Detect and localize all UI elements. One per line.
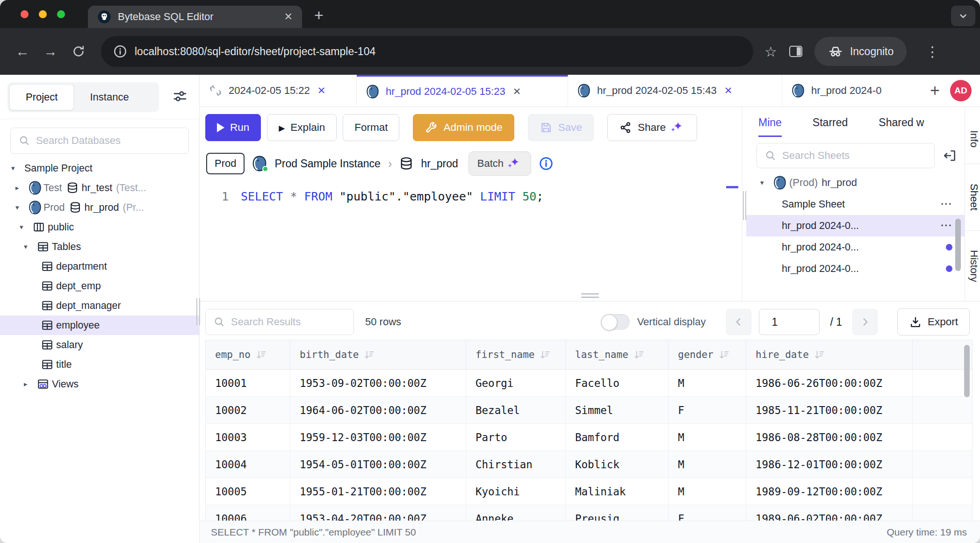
admin-mode-button[interactable]: Admin mode <box>413 114 514 141</box>
panel-resize-handle[interactable] <box>742 107 746 301</box>
zoom-window-button[interactable] <box>57 10 65 18</box>
tree-item[interactable]: Test hr_test (Test... <box>0 178 199 198</box>
cell-birth-date[interactable]: 1953-04-20T00:00:00Z <box>290 505 466 521</box>
tree-item[interactable]: employee <box>0 315 199 335</box>
cell-first-name[interactable]: Georgi <box>466 370 566 396</box>
editor-tab[interactable]: hr_prod 2024-02-05 15:23 ✕ <box>357 75 568 107</box>
cell-last-name[interactable]: Preusig <box>566 505 669 521</box>
side-panel-icon[interactable] <box>789 46 802 57</box>
cell-hire-date[interactable]: 1985-11-21T00:00:00Z <box>746 397 913 423</box>
address-bar[interactable]: localhost:8080/sql-editor/sheet/project-… <box>101 36 753 67</box>
table-row[interactable]: 10002 1964-06-02T00:00:00Z Bezalel Simme… <box>206 397 972 424</box>
table-row[interactable]: 10005 1955-01-21T00:00:00Z Kyoichi Malin… <box>206 478 972 505</box>
cell-last-name[interactable]: Maliniak <box>566 478 669 505</box>
column-header[interactable]: first_name <box>466 340 566 369</box>
close-icon[interactable]: ✕ <box>724 85 733 96</box>
chevron-icon[interactable] <box>15 203 29 212</box>
cell-hire-date[interactable]: 1986-06-26T00:00:00Z <box>746 370 913 396</box>
explain-button[interactable]: Explain <box>267 114 337 141</box>
search-sheets-input[interactable] <box>782 150 927 162</box>
minimize-window-button[interactable] <box>39 10 47 18</box>
reload-button[interactable] <box>66 39 91 64</box>
column-header[interactable]: emp_no <box>206 340 290 369</box>
cell-gender[interactable]: F <box>669 505 746 521</box>
cell-birth-date[interactable]: 1964-06-02T00:00:00Z <box>290 397 466 423</box>
new-sheet-button[interactable]: + <box>930 81 940 100</box>
table-row[interactable]: 10001 1953-09-02T00:00:00Z Georgi Facell… <box>206 370 972 397</box>
chevron-icon[interactable] <box>24 380 37 388</box>
tree-item[interactable]: Tables <box>0 237 199 257</box>
database-search-box[interactable] <box>10 128 189 154</box>
table-scrollbar[interactable] <box>964 345 970 397</box>
column-header[interactable]: birth_date <box>290 340 466 369</box>
share-button[interactable]: Share ✦✦ <box>607 114 697 141</box>
prev-page-button[interactable] <box>726 309 751 335</box>
cell-last-name[interactable]: Bamford <box>566 424 669 450</box>
close-icon[interactable]: ✕ <box>317 85 326 96</box>
cell-birth-date[interactable]: 1954-05-01T00:00:00Z <box>290 451 466 478</box>
avatar[interactable]: AD <box>950 80 972 101</box>
results-resize-handle[interactable] <box>581 293 599 298</box>
cell-gender[interactable]: M <box>669 451 746 478</box>
sheet-menu-icon[interactable] <box>941 198 952 210</box>
new-tab-button[interactable]: + <box>314 6 324 24</box>
cell-last-name[interactable]: Koblick <box>566 451 669 478</box>
tree-item[interactable]: salary <box>0 335 199 355</box>
vertical-display-toggle[interactable] <box>601 314 630 330</box>
cell-last-name[interactable]: Simmel <box>566 397 669 423</box>
tree-item[interactable]: dept_emp <box>0 276 199 296</box>
cell-hire-date[interactable]: 1989-06-02T00:00:00Z <box>746 505 913 521</box>
chevron-icon[interactable] <box>11 164 24 172</box>
save-button[interactable]: Save <box>528 114 594 141</box>
instance-name[interactable]: Prod Sample Instance <box>274 157 380 170</box>
tab-search-button[interactable] <box>951 6 975 26</box>
cell-birth-date[interactable]: 1953-09-02T00:00:00Z <box>290 370 466 396</box>
cell-gender[interactable]: M <box>669 424 746 450</box>
results-search-box[interactable] <box>205 309 354 335</box>
search-databases-input[interactable] <box>36 135 181 147</box>
sheet-list-scrollbar[interactable] <box>955 219 961 271</box>
close-icon[interactable]: ✕ <box>513 86 521 97</box>
cell-emp-no[interactable]: 10001 <box>206 370 290 396</box>
rail-tab[interactable]: History <box>965 231 980 301</box>
cell-emp-no[interactable]: 10005 <box>206 478 290 505</box>
tab-project[interactable]: Project <box>9 84 74 110</box>
cell-first-name[interactable]: Parto <box>466 424 566 450</box>
cell-emp-no[interactable]: 10006 <box>206 505 290 521</box>
cell-emp-no[interactable]: 10004 <box>206 451 290 478</box>
page-number-input[interactable] <box>759 309 820 335</box>
sort-icon[interactable] <box>633 349 645 361</box>
cell-hire-date[interactable]: 1986-12-01T00:00:00Z <box>746 451 913 478</box>
tree-item[interactable]: department <box>0 257 199 276</box>
cell-first-name[interactable]: Bezalel <box>466 397 566 423</box>
tree-item[interactable]: Sample Project <box>0 158 199 178</box>
close-window-button[interactable] <box>21 10 29 18</box>
chevron-icon[interactable] <box>15 184 29 192</box>
chevron-icon[interactable] <box>20 223 33 231</box>
editor-tab[interactable]: hr_prod 2024-0 <box>782 75 900 107</box>
sheet-menu-icon[interactable] <box>941 220 952 232</box>
sheet-panel-tab[interactable]: Starred <box>813 116 848 137</box>
collapse-panel-icon[interactable] <box>942 148 957 163</box>
cell-emp-no[interactable]: 10002 <box>206 397 290 423</box>
tree-item[interactable]: public <box>0 217 199 237</box>
sheet-list-item[interactable]: hr_prod 2024-0... <box>746 236 965 258</box>
back-button[interactable]: ← <box>10 39 35 64</box>
sort-icon[interactable] <box>814 349 826 361</box>
cell-first-name[interactable]: Chirstian <box>466 451 566 478</box>
sheet-list-item[interactable]: Sample Sheet <box>746 193 965 215</box>
table-row[interactable]: 10004 1954-05-01T00:00:00Z Chirstian Kob… <box>206 451 972 478</box>
run-button[interactable]: Run <box>205 114 261 141</box>
cell-last-name[interactable]: Facello <box>566 370 669 396</box>
cell-first-name[interactable]: Kyoichi <box>466 478 566 505</box>
menu-kebab-icon[interactable]: ⋮ <box>925 43 939 60</box>
sheet-list-item[interactable]: hr_prod 2024-0... <box>746 258 965 279</box>
editor-tab[interactable]: hr_prod 2024-02-05 15:43 ✕ <box>568 75 782 107</box>
cell-hire-date[interactable]: 1989-09-12T00:00:00Z <box>746 478 913 505</box>
rail-tab[interactable]: Sheet <box>965 164 980 231</box>
info-icon[interactable] <box>539 156 554 171</box>
database-name[interactable]: hr_prod <box>421 157 458 170</box>
column-header[interactable]: hire_date <box>746 340 913 369</box>
sheet-search-box[interactable] <box>757 143 935 168</box>
cell-birth-date[interactable]: 1955-01-21T00:00:00Z <box>290 478 466 505</box>
